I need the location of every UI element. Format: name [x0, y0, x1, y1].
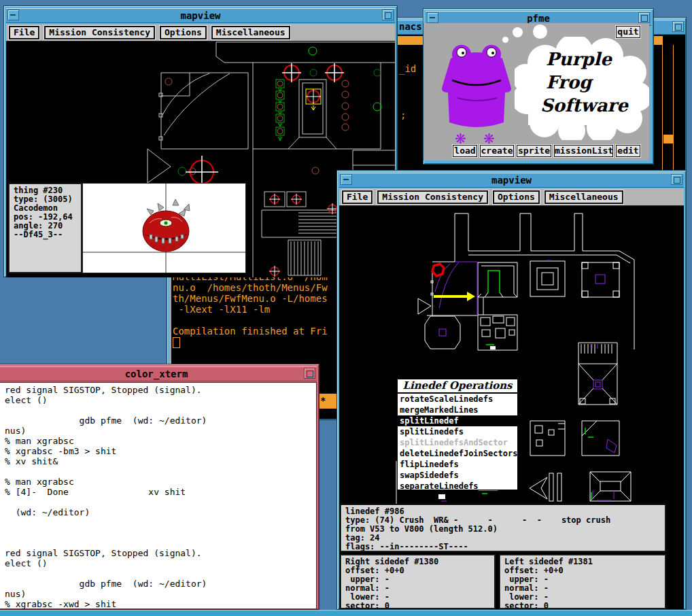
linedef-info-line: from V53 to V800 (length 512.0) — [345, 525, 661, 534]
menu-miscellaneous[interactable]: Miscellaneous — [211, 26, 290, 39]
terminal-line: elect () — [5, 395, 207, 405]
maximize-button[interactable] — [672, 21, 684, 32]
menu-item-splitlinedefsandsector: splitLinedefsAndSector — [398, 437, 517, 448]
maximize-icon — [385, 12, 392, 19]
mapview2-window: mapview File Mission Consistency Options… — [336, 170, 687, 610]
terminal-line: nus) — [5, 589, 207, 599]
terminal-line: % [4]- Done xv shit — [5, 487, 207, 497]
mapview1-titlebar[interactable]: mapview — [6, 8, 395, 23]
emacs-code-fragment: _id — [399, 63, 416, 74]
menu-item-deletelinedefjoinsectors[interactable]: deleteLinedefJoinSectors — [398, 448, 517, 459]
xterm-title: color_xterm — [125, 369, 188, 379]
compilation-line: Compilation finished at Fri — [173, 326, 328, 337]
mapview1-menubar: File Mission Consistency Options Miscell… — [6, 24, 395, 41]
mapview2-titlebar[interactable]: mapview — [339, 173, 684, 188]
menu-item-splitlinedef[interactable]: splitLinedef — [398, 415, 517, 426]
terminal-line: % man xgrabsc — [5, 436, 207, 446]
sidedef-line: sector: 0 — [504, 602, 661, 609]
terminal-line: (wd: ~/editor) — [5, 507, 207, 517]
compilation-line: nu.o /homes/thoth/Menus/Fw — [173, 282, 328, 293]
menu-miscellaneous[interactable]: Miscellaneous — [544, 190, 623, 204]
cacodemon-sprite — [83, 184, 245, 273]
thought-bubble — [513, 27, 523, 37]
minimize-icon — [343, 179, 349, 180]
sprite-preview-panel — [82, 183, 246, 273]
left-sidedef-panel: Left sidedef #1381offset: +0+0 upper: -n… — [499, 554, 666, 609]
menu-item-mergemarkedlines[interactable]: mergeMarkedLines — [398, 405, 517, 415]
compilation-line: -lXext -lX11 -lm — [173, 304, 328, 315]
thing-info-line: --Df45_3-- — [14, 230, 77, 239]
terminal-line — [5, 517, 207, 528]
menu-mission-consistency[interactable]: Mission Consistency — [44, 26, 155, 39]
mapview2-menubar: File Mission Consistency Options Miscell… — [339, 188, 684, 206]
cloud-word-3: Software — [540, 95, 628, 116]
edit-button[interactable]: edit — [616, 145, 640, 157]
xterm-titlebar[interactable]: color_xterm — [0, 366, 317, 381]
menu-item-separatelinedefs[interactable]: separateLinedefs — [398, 481, 517, 492]
maximize-icon — [307, 371, 313, 377]
bottom-edge-bar — [0, 610, 692, 616]
emacs-compilation-text: MultiList/MultiList.o /homnu.o /homes/th… — [173, 271, 328, 337]
thing-info-panel: thing #230type: (3005)Cacodemonpos: -192… — [8, 183, 82, 273]
minimize-icon — [10, 14, 16, 16]
sidedef-line: sector: 0 — [345, 602, 490, 609]
terminal-line: nus) — [5, 426, 207, 436]
terminal-line: red signal SIGSTOP, Stopped (signal). — [5, 385, 207, 395]
terminal-line — [5, 405, 207, 415]
missionlist-button[interactable]: missionList — [554, 145, 613, 157]
menu-file[interactable]: File — [9, 26, 39, 39]
thought-bubble — [502, 37, 508, 43]
terminal-line — [5, 528, 207, 538]
emacs-title: nacs — [399, 20, 422, 33]
purple-frog — [440, 44, 515, 136]
compilation-line — [173, 315, 328, 326]
minimize-button[interactable] — [427, 12, 438, 23]
menu-options[interactable]: Options — [160, 26, 207, 39]
quit-button[interactable]: quit — [616, 26, 640, 38]
terminal-line: % man xgrabsc — [5, 477, 207, 487]
xterm-content[interactable]: red signal SIGSTOP, Stopped (signal).ele… — [0, 382, 317, 609]
pfme-window: pfme Purple Frog Software — [423, 8, 654, 165]
load-button[interactable]: load — [453, 145, 477, 157]
terminal-line — [5, 538, 207, 548]
menu-item-rotatescalelinedefs[interactable]: rotateScaleLinedefs — [398, 394, 517, 405]
terminal-line: % xgrabsc -xwd > shit — [5, 599, 207, 609]
linedef-info-line: flags: --in--------ST---- — [345, 543, 661, 551]
popup-title: Linedef Operations — [398, 379, 517, 394]
xterm-window: color_xterm red signal SIGSTOP, Stopped … — [0, 364, 319, 610]
pfme-title: pfme — [527, 13, 550, 24]
terminal-line: % xv shit& — [5, 456, 207, 466]
terminal-text: red signal SIGSTOP, Stopped (signal).ele… — [5, 385, 207, 609]
terminal-line — [5, 497, 207, 507]
mapview2-title: mapview — [491, 175, 532, 186]
compilation-line: th/Menus/FwfMenu.o -L/homes — [173, 293, 328, 304]
cloud-word-2: Frog — [546, 72, 591, 92]
mapview2-map-area[interactable]: Linedef Operations rotateScaleLinedefs m… — [339, 206, 684, 609]
menu-item-splitlinedefs[interactable]: splitLinedefs — [398, 426, 517, 437]
minimize-button[interactable] — [7, 10, 19, 20]
terminal-line: gdb pfme (wd: ~/editor) — [5, 579, 207, 589]
emacs-cursor — [173, 337, 180, 348]
terminal-line — [5, 466, 207, 477]
sprite-button[interactable]: sprite — [517, 145, 551, 157]
menu-mission-consistency[interactable]: Mission Consistency — [377, 190, 488, 204]
menu-item-fliplinedefs[interactable]: flipLinedefs — [398, 459, 517, 470]
menu-options[interactable]: Options — [493, 190, 540, 204]
create-button[interactable]: create — [480, 145, 514, 157]
emacs-code-fragment: ; — [400, 109, 406, 120]
minimize-icon — [430, 17, 435, 18]
maximize-button[interactable] — [304, 368, 315, 379]
maximize-button[interactable] — [382, 10, 394, 20]
speech-cloud: Purple Frog Software — [515, 37, 649, 140]
linedef-operations-menu: Linedef Operations rotateScaleLinedefs m… — [397, 379, 518, 490]
maximize-button[interactable] — [671, 174, 682, 185]
right-sidedef-panel: Right sidedef #1380offset: +0+0 upper: -… — [340, 554, 496, 609]
minimize-button[interactable] — [341, 174, 352, 185]
menu-file[interactable]: File — [342, 190, 373, 204]
terminal-line: red signal SIGSTOP, Stopped (signal). — [5, 548, 207, 558]
maximize-button[interactable] — [638, 12, 650, 23]
emacs-scrollbar-thumb[interactable] — [663, 135, 673, 143]
menu-item-swapsidedefs[interactable]: swapSidedefs — [398, 470, 517, 481]
terminal-line: % xgrabsc -bm3 > shit — [5, 446, 207, 456]
maximize-icon — [641, 15, 648, 22]
